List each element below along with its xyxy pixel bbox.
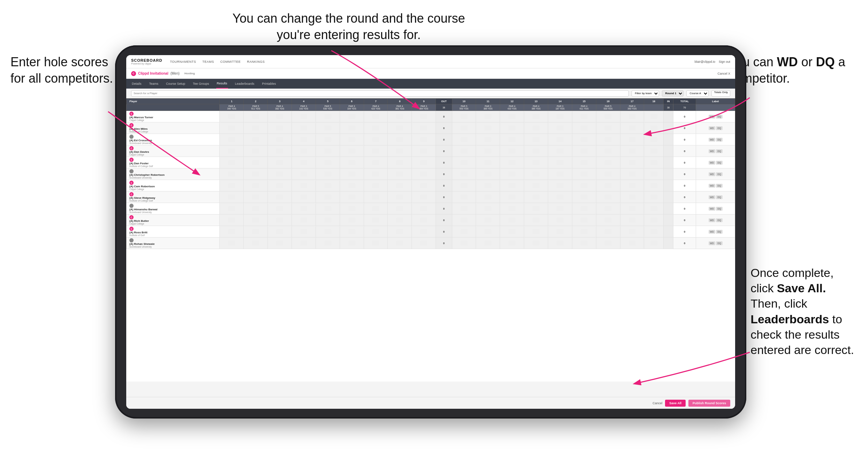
hole-9-cell[interactable] [412, 191, 436, 203]
sign-out-link[interactable]: Sign out [719, 60, 730, 63]
hole-16-cell[interactable] [596, 238, 620, 249]
tab-details[interactable]: Details [131, 79, 142, 89]
hole-16-cell[interactable] [596, 111, 620, 122]
hole-13-cell[interactable] [524, 180, 548, 191]
hole-15-cell[interactable] [572, 238, 596, 249]
hole-18-cell[interactable] [644, 134, 664, 145]
hole-7-cell[interactable] [364, 122, 388, 134]
hole-1-cell[interactable] [220, 191, 244, 203]
dq-button[interactable]: DQ [716, 230, 723, 234]
hole-3-cell[interactable] [268, 145, 292, 157]
hole-12-cell[interactable] [500, 226, 524, 238]
hole-10-cell[interactable] [452, 111, 476, 122]
hole-10-cell[interactable] [452, 134, 476, 145]
hole-4-cell[interactable] [292, 226, 316, 238]
hole-6-cell[interactable] [340, 168, 364, 180]
hole-11-cell[interactable] [476, 238, 500, 249]
hole-18-cell[interactable] [644, 157, 664, 168]
hole-14-cell[interactable] [548, 203, 572, 214]
hole-4-cell[interactable] [292, 122, 316, 134]
hole-2-cell[interactable] [244, 180, 268, 191]
hole-18-cell[interactable] [644, 168, 664, 180]
hole-18-cell[interactable] [644, 238, 664, 249]
hole-14-cell[interactable] [548, 180, 572, 191]
filter-team-select[interactable]: Filter by team [632, 90, 659, 97]
hole-12-cell[interactable] [500, 168, 524, 180]
hole-16-cell[interactable] [596, 203, 620, 214]
dq-button[interactable]: DQ [716, 138, 723, 142]
hole-6-cell[interactable] [340, 111, 364, 122]
hole-8-cell[interactable] [388, 214, 412, 226]
nav-teams[interactable]: TEAMS [202, 60, 214, 63]
hole-6-cell[interactable] [340, 226, 364, 238]
hole-6-cell[interactable] [340, 203, 364, 214]
hole-15-cell[interactable] [572, 157, 596, 168]
hole-3-cell[interactable] [268, 214, 292, 226]
hole-3-cell[interactable] [268, 157, 292, 168]
hole-8-cell[interactable] [388, 238, 412, 249]
hole-9-cell[interactable] [412, 168, 436, 180]
hole-15-cell[interactable] [572, 134, 596, 145]
tab-tee-groups[interactable]: Tee Groups [192, 79, 210, 89]
hole-4-cell[interactable] [292, 145, 316, 157]
hole-18-cell[interactable] [644, 122, 664, 134]
hole-6-cell[interactable] [340, 214, 364, 226]
hole-10-cell[interactable] [452, 180, 476, 191]
hole-9-cell[interactable] [412, 111, 436, 122]
hole-9-cell[interactable] [412, 238, 436, 249]
hole-5-cell[interactable] [316, 226, 340, 238]
hole-1-cell[interactable] [220, 203, 244, 214]
search-input[interactable] [131, 90, 629, 97]
hole-1-cell[interactable] [220, 180, 244, 191]
publish-button[interactable]: Publish Round Scores [688, 400, 730, 407]
hole-8-cell[interactable] [388, 122, 412, 134]
hole-11-cell[interactable] [476, 226, 500, 238]
hole-17-cell[interactable] [620, 226, 644, 238]
hole-11-cell[interactable] [476, 214, 500, 226]
dq-button[interactable]: DQ [716, 218, 723, 222]
hole-14-cell[interactable] [548, 191, 572, 203]
nav-rankings[interactable]: RANKINGS [247, 60, 265, 63]
hole-1-cell[interactable] [220, 122, 244, 134]
dq-button[interactable]: DQ [716, 126, 723, 130]
hole-2-cell[interactable] [244, 145, 268, 157]
hole-8-cell[interactable] [388, 191, 412, 203]
hole-8-cell[interactable] [388, 157, 412, 168]
wd-button[interactable]: WD [709, 126, 716, 130]
hole-4-cell[interactable] [292, 180, 316, 191]
hole-5-cell[interactable] [316, 145, 340, 157]
wd-button[interactable]: WD [709, 207, 716, 211]
hole-18-cell[interactable] [644, 203, 664, 214]
hole-15-cell[interactable] [572, 180, 596, 191]
nav-tournaments[interactable]: TOURNAMENTS [170, 60, 196, 63]
dq-button[interactable]: DQ [716, 115, 723, 119]
hole-13-cell[interactable] [524, 134, 548, 145]
hole-17-cell[interactable] [620, 203, 644, 214]
hole-5-cell[interactable] [316, 111, 340, 122]
hole-13-cell[interactable] [524, 214, 548, 226]
hole-16-cell[interactable] [596, 226, 620, 238]
hole-1-cell[interactable] [220, 145, 244, 157]
hole-12-cell[interactable] [500, 238, 524, 249]
hole-3-cell[interactable] [268, 111, 292, 122]
wd-button[interactable]: WD [709, 115, 716, 119]
hole-18-cell[interactable] [644, 111, 664, 122]
hole-4-cell[interactable] [292, 168, 316, 180]
hole-10-cell[interactable] [452, 214, 476, 226]
hole-17-cell[interactable] [620, 168, 644, 180]
hole-17-cell[interactable] [620, 191, 644, 203]
hole-5-cell[interactable] [316, 238, 340, 249]
hole-13-cell[interactable] [524, 157, 548, 168]
hole-18-cell[interactable] [644, 226, 664, 238]
hole-14-cell[interactable] [548, 134, 572, 145]
hole-8-cell[interactable] [388, 145, 412, 157]
tab-teams[interactable]: Teams [149, 79, 159, 89]
hole-17-cell[interactable] [620, 111, 644, 122]
hole-4-cell[interactable] [292, 191, 316, 203]
hole-10-cell[interactable] [452, 238, 476, 249]
hole-14-cell[interactable] [548, 226, 572, 238]
hole-12-cell[interactable] [500, 157, 524, 168]
hole-17-cell[interactable] [620, 157, 644, 168]
hole-12-cell[interactable] [500, 134, 524, 145]
hole-7-cell[interactable] [364, 111, 388, 122]
